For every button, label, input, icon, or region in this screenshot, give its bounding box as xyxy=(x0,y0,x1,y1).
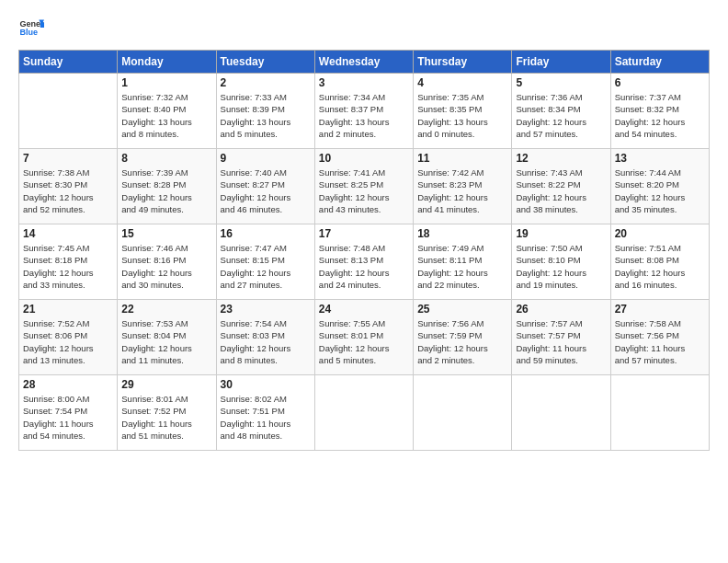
day-number: 27 xyxy=(615,303,705,316)
calendar-cell: 13Sunrise: 7:44 AM Sunset: 8:20 PM Dayli… xyxy=(610,149,709,224)
day-info: Sunrise: 7:38 AM Sunset: 8:30 PM Dayligh… xyxy=(23,167,113,215)
calendar-cell: 4Sunrise: 7:35 AM Sunset: 8:35 PM Daylig… xyxy=(414,74,512,149)
day-number: 26 xyxy=(516,303,606,316)
day-number: 28 xyxy=(23,378,113,391)
logo-icon: General Blue xyxy=(18,15,44,40)
day-number: 24 xyxy=(319,303,409,316)
calendar-cell: 9Sunrise: 7:40 AM Sunset: 8:27 PM Daylig… xyxy=(216,149,314,224)
calendar-cell: 30Sunrise: 8:02 AM Sunset: 7:51 PM Dayli… xyxy=(216,375,314,451)
day-number: 3 xyxy=(319,76,409,89)
day-info: Sunrise: 7:37 AM Sunset: 8:32 PM Dayligh… xyxy=(615,91,705,140)
calendar-cell: 5Sunrise: 7:36 AM Sunset: 8:34 PM Daylig… xyxy=(512,74,610,149)
day-info: Sunrise: 7:47 AM Sunset: 8:15 PM Dayligh… xyxy=(221,242,311,291)
day-number: 15 xyxy=(121,227,211,240)
calendar-week-row: 21Sunrise: 7:52 AM Sunset: 8:06 PM Dayli… xyxy=(19,300,710,375)
day-info: Sunrise: 7:33 AM Sunset: 8:39 PM Dayligh… xyxy=(221,91,311,140)
calendar-week-row: 7Sunrise: 7:38 AM Sunset: 8:30 PM Daylig… xyxy=(19,149,710,224)
day-info: Sunrise: 8:01 AM Sunset: 7:52 PM Dayligh… xyxy=(121,393,211,442)
day-info: Sunrise: 8:00 AM Sunset: 7:54 PM Dayligh… xyxy=(23,393,113,442)
day-info: Sunrise: 7:48 AM Sunset: 8:13 PM Dayligh… xyxy=(319,242,409,291)
calendar-week-row: 1Sunrise: 7:32 AM Sunset: 8:40 PM Daylig… xyxy=(19,74,710,149)
calendar-cell: 14Sunrise: 7:45 AM Sunset: 8:18 PM Dayli… xyxy=(19,224,118,300)
day-info: Sunrise: 7:56 AM Sunset: 7:59 PM Dayligh… xyxy=(417,317,507,366)
calendar-header-wednesday: Wednesday xyxy=(314,51,413,74)
calendar-cell xyxy=(19,74,118,149)
calendar-cell: 23Sunrise: 7:54 AM Sunset: 8:03 PM Dayli… xyxy=(216,300,314,375)
day-number: 1 xyxy=(121,76,211,89)
day-info: Sunrise: 7:35 AM Sunset: 8:35 PM Dayligh… xyxy=(417,91,507,140)
day-number: 17 xyxy=(319,227,409,240)
day-info: Sunrise: 7:32 AM Sunset: 8:40 PM Dayligh… xyxy=(121,91,211,140)
day-info: Sunrise: 7:57 AM Sunset: 7:57 PM Dayligh… xyxy=(516,317,606,366)
calendar-cell: 29Sunrise: 8:01 AM Sunset: 7:52 PM Dayli… xyxy=(118,375,216,451)
day-info: Sunrise: 7:41 AM Sunset: 8:25 PM Dayligh… xyxy=(319,167,409,215)
day-info: Sunrise: 7:49 AM Sunset: 8:11 PM Dayligh… xyxy=(417,242,507,291)
day-info: Sunrise: 7:43 AM Sunset: 8:22 PM Dayligh… xyxy=(516,167,606,215)
calendar-week-row: 14Sunrise: 7:45 AM Sunset: 8:18 PM Dayli… xyxy=(19,224,710,300)
calendar-header-sunday: Sunday xyxy=(19,51,118,74)
day-number: 16 xyxy=(221,227,311,240)
calendar-cell xyxy=(314,375,413,451)
day-number: 2 xyxy=(221,76,311,89)
calendar-cell: 12Sunrise: 7:43 AM Sunset: 8:22 PM Dayli… xyxy=(512,149,610,224)
day-number: 7 xyxy=(23,152,113,165)
day-info: Sunrise: 7:42 AM Sunset: 8:23 PM Dayligh… xyxy=(417,167,507,215)
calendar-cell: 19Sunrise: 7:50 AM Sunset: 8:10 PM Dayli… xyxy=(512,224,610,300)
day-number: 20 xyxy=(615,227,705,240)
calendar-cell: 18Sunrise: 7:49 AM Sunset: 8:11 PM Dayli… xyxy=(414,224,512,300)
calendar-cell: 1Sunrise: 7:32 AM Sunset: 8:40 PM Daylig… xyxy=(118,74,216,149)
calendar-cell: 21Sunrise: 7:52 AM Sunset: 8:06 PM Dayli… xyxy=(19,300,118,375)
calendar-cell xyxy=(610,375,709,451)
day-number: 21 xyxy=(23,303,113,316)
day-number: 13 xyxy=(615,152,705,165)
calendar-header-tuesday: Tuesday xyxy=(216,51,314,74)
calendar-cell: 10Sunrise: 7:41 AM Sunset: 8:25 PM Dayli… xyxy=(314,149,413,224)
calendar-cell: 2Sunrise: 7:33 AM Sunset: 8:39 PM Daylig… xyxy=(216,74,314,149)
day-number: 6 xyxy=(615,76,705,89)
day-number: 14 xyxy=(23,227,113,240)
day-number: 9 xyxy=(221,152,311,165)
day-info: Sunrise: 7:45 AM Sunset: 8:18 PM Dayligh… xyxy=(23,242,113,291)
day-info: Sunrise: 7:44 AM Sunset: 8:20 PM Dayligh… xyxy=(615,167,705,215)
calendar-cell: 26Sunrise: 7:57 AM Sunset: 7:57 PM Dayli… xyxy=(512,300,610,375)
calendar-cell: 6Sunrise: 7:37 AM Sunset: 8:32 PM Daylig… xyxy=(610,74,709,149)
day-info: Sunrise: 7:55 AM Sunset: 8:01 PM Dayligh… xyxy=(319,317,409,366)
calendar-cell: 8Sunrise: 7:39 AM Sunset: 8:28 PM Daylig… xyxy=(118,149,216,224)
calendar-cell: 15Sunrise: 7:46 AM Sunset: 8:16 PM Dayli… xyxy=(118,224,216,300)
calendar-cell xyxy=(414,375,512,451)
day-info: Sunrise: 7:51 AM Sunset: 8:08 PM Dayligh… xyxy=(615,242,705,291)
day-number: 11 xyxy=(417,152,507,165)
day-info: Sunrise: 7:52 AM Sunset: 8:06 PM Dayligh… xyxy=(23,317,113,366)
calendar-cell: 17Sunrise: 7:48 AM Sunset: 8:13 PM Dayli… xyxy=(314,224,413,300)
svg-text:Blue: Blue xyxy=(19,28,38,37)
day-number: 10 xyxy=(319,152,409,165)
logo: General Blue xyxy=(18,15,44,40)
calendar-header-monday: Monday xyxy=(118,51,216,74)
day-info: Sunrise: 7:54 AM Sunset: 8:03 PM Dayligh… xyxy=(221,317,311,366)
calendar-cell: 11Sunrise: 7:42 AM Sunset: 8:23 PM Dayli… xyxy=(414,149,512,224)
day-info: Sunrise: 7:40 AM Sunset: 8:27 PM Dayligh… xyxy=(221,167,311,215)
day-number: 18 xyxy=(417,227,507,240)
calendar-cell: 22Sunrise: 7:53 AM Sunset: 8:04 PM Dayli… xyxy=(118,300,216,375)
day-info: Sunrise: 7:36 AM Sunset: 8:34 PM Dayligh… xyxy=(516,91,606,140)
day-number: 30 xyxy=(221,378,311,391)
calendar-header-thursday: Thursday xyxy=(414,51,512,74)
day-number: 23 xyxy=(221,303,311,316)
svg-marker-3 xyxy=(40,22,44,28)
calendar-cell: 20Sunrise: 7:51 AM Sunset: 8:08 PM Dayli… xyxy=(610,224,709,300)
calendar-cell: 16Sunrise: 7:47 AM Sunset: 8:15 PM Dayli… xyxy=(216,224,314,300)
day-info: Sunrise: 8:02 AM Sunset: 7:51 PM Dayligh… xyxy=(221,393,311,442)
day-info: Sunrise: 7:53 AM Sunset: 8:04 PM Dayligh… xyxy=(121,317,211,366)
header: General Blue xyxy=(18,15,710,40)
day-number: 22 xyxy=(121,303,211,316)
day-info: Sunrise: 7:34 AM Sunset: 8:37 PM Dayligh… xyxy=(319,91,409,140)
calendar-cell: 28Sunrise: 8:00 AM Sunset: 7:54 PM Dayli… xyxy=(19,375,118,451)
page-container: General Blue SundayMondayTuesdayWednesda… xyxy=(0,0,728,460)
day-number: 4 xyxy=(417,76,507,89)
calendar-cell: 7Sunrise: 7:38 AM Sunset: 8:30 PM Daylig… xyxy=(19,149,118,224)
calendar-cell xyxy=(512,375,610,451)
day-number: 19 xyxy=(516,227,606,240)
calendar-cell: 24Sunrise: 7:55 AM Sunset: 8:01 PM Dayli… xyxy=(314,300,413,375)
calendar-week-row: 28Sunrise: 8:00 AM Sunset: 7:54 PM Dayli… xyxy=(19,375,710,451)
calendar-header-saturday: Saturday xyxy=(610,51,709,74)
